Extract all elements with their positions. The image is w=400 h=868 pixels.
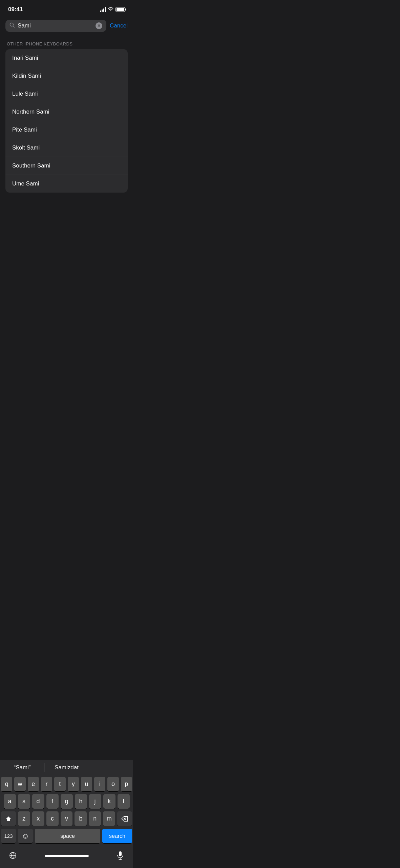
clear-button[interactable]: ✕	[96, 22, 102, 29]
list-item[interactable]: Lule Sami	[5, 85, 128, 103]
search-bar: ✕ Cancel	[0, 17, 133, 35]
list-item[interactable]: Skolt Sami	[5, 139, 128, 157]
clear-icon: ✕	[97, 24, 101, 28]
search-input-wrapper[interactable]: ✕	[5, 20, 106, 32]
status-bar: 09:41	[0, 0, 133, 17]
status-icons	[100, 7, 125, 12]
list-item[interactable]: Kildin Sami	[5, 67, 128, 85]
list-item[interactable]: Inari Sami	[5, 49, 128, 67]
results-list: Inari Sami Kildin Sami Lule Sami Norther…	[5, 49, 128, 193]
wifi-icon	[108, 7, 113, 12]
signal-icon	[100, 7, 106, 12]
battery-icon	[115, 7, 125, 12]
list-item[interactable]: Northern Sami	[5, 103, 128, 121]
list-item[interactable]: Southern Sami	[5, 157, 128, 175]
search-input[interactable]	[18, 22, 93, 29]
search-icon	[9, 22, 15, 29]
list-item[interactable]: Ume Sami	[5, 175, 128, 193]
svg-line-1	[13, 26, 15, 27]
list-item[interactable]: Pite Sami	[5, 121, 128, 139]
cancel-button[interactable]: Cancel	[110, 22, 128, 29]
status-time: 09:41	[8, 6, 23, 13]
section-header: OTHER IPHONE KEYBOARDS	[0, 35, 133, 49]
